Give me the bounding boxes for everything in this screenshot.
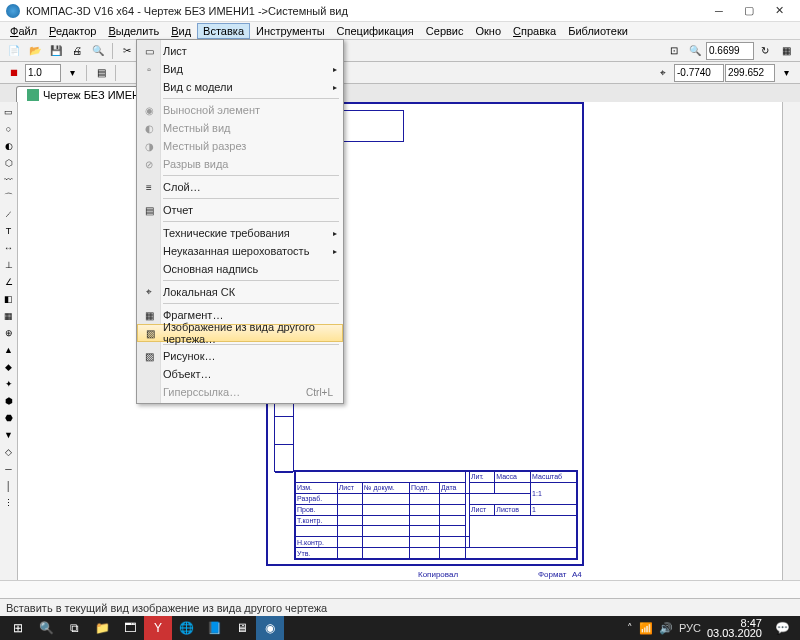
snap-button[interactable]: ⌖ [653, 63, 673, 83]
palette-tool-1[interactable]: ○ [1, 121, 17, 137]
menu-item-icon: ▦ [141, 307, 157, 323]
new-button[interactable]: 📄 [4, 41, 24, 61]
menu-item[interactable]: Объект… [137, 365, 343, 383]
tb-app-1[interactable]: 📁 [88, 616, 116, 640]
tb-app-6[interactable]: 🖥 [228, 616, 256, 640]
menu-инструменты[interactable]: Инструменты [250, 23, 331, 39]
coord-y-input[interactable] [725, 64, 775, 82]
palette-tool-7[interactable]: T [1, 223, 17, 239]
palette-tool-22[interactable]: │ [1, 478, 17, 494]
save-button[interactable]: 💾 [46, 41, 66, 61]
insert-menu-dropdown: ▭Лист▫Вид▸Вид с модели▸◉Выносной элемент… [136, 39, 344, 404]
menu-item[interactable]: Основная надпись [137, 260, 343, 278]
palette-tool-21[interactable]: ─ [1, 461, 17, 477]
menu-сервис[interactable]: Сервис [420, 23, 470, 39]
palette-tool-18[interactable]: ⬣ [1, 410, 17, 426]
menu-item[interactable]: Технические требования▸ [137, 224, 343, 242]
title-block: Лит.МассаМасштаб Изм.Лист№ докум.Подп.Да… [294, 470, 578, 560]
print-button[interactable]: 🖨 [67, 41, 87, 61]
palette-tool-14[interactable]: ▲ [1, 342, 17, 358]
tb-app-5[interactable]: 📘 [200, 616, 228, 640]
palette-tool-2[interactable]: ◐ [1, 138, 17, 154]
coord-x-input[interactable] [674, 64, 724, 82]
scale-dd[interactable]: ▾ [62, 63, 82, 83]
menu-выделить[interactable]: Выделить [102, 23, 165, 39]
refresh-button[interactable]: ↻ [755, 41, 775, 61]
open-button[interactable]: 📂 [25, 41, 45, 61]
menu-item[interactable]: ▧Изображение из вида другого чертежа… [137, 324, 343, 342]
palette-tool-19[interactable]: ▼ [1, 427, 17, 443]
tb-app-2[interactable]: 🗔 [116, 616, 144, 640]
notifications-button[interactable]: 💬 [768, 616, 796, 640]
cut-button[interactable]: ✂ [117, 41, 137, 61]
tray-lang[interactable]: РУС [679, 622, 701, 634]
maximize-button[interactable]: ▢ [734, 1, 764, 21]
palette-tool-10[interactable]: ∠ [1, 274, 17, 290]
menu-item-label: Гиперссылка… [163, 386, 240, 398]
menu-item-label: Местный вид [163, 122, 231, 134]
palette-tool-13[interactable]: ⊕ [1, 325, 17, 341]
tb-app-3[interactable]: Y [144, 616, 172, 640]
palette-tool-4[interactable]: 〰 [1, 172, 17, 188]
stop-button[interactable]: ⏹ [4, 63, 24, 83]
tray-network-icon[interactable]: 📶 [639, 622, 653, 635]
start-button[interactable]: ⊞ [4, 616, 32, 640]
layer-button[interactable]: ▤ [91, 63, 111, 83]
zoom-value-input[interactable] [706, 42, 754, 60]
palette-tool-9[interactable]: ⊥ [1, 257, 17, 273]
zoom-fit-button[interactable]: ⊡ [664, 41, 684, 61]
palette-tool-12[interactable]: ▦ [1, 308, 17, 324]
palette-tool-3[interactable]: ⬡ [1, 155, 17, 171]
menu-item[interactable]: ▨Рисунок… [137, 347, 343, 365]
preview-button[interactable]: 🔍 [88, 41, 108, 61]
menu-вставка[interactable]: Вставка [197, 23, 250, 39]
palette-tool-0[interactable]: ▭ [1, 104, 17, 120]
tool-btn-a[interactable]: ▦ [776, 41, 796, 61]
menu-item[interactable]: ⌖Локальная СК [137, 283, 343, 301]
menu-спецификация[interactable]: Спецификация [331, 23, 420, 39]
minimize-button[interactable]: ─ [704, 1, 734, 21]
menu-библиотеки[interactable]: Библиотеки [562, 23, 634, 39]
zoom-in-button[interactable]: 🔍 [685, 41, 705, 61]
menu-item[interactable]: ▭Лист [137, 42, 343, 60]
palette-tool-8[interactable]: ↔ [1, 240, 17, 256]
menu-редактор[interactable]: Редактор [43, 23, 102, 39]
palette-tool-5[interactable]: ⌒ [1, 189, 17, 205]
close-button[interactable]: ✕ [764, 1, 794, 21]
tb-app-4[interactable]: 🌐 [172, 616, 200, 640]
taskbar-clock[interactable]: 8:47 03.03.2020 [701, 618, 768, 638]
menu-справка[interactable]: Справка [507, 23, 562, 39]
menu-item-label: Локальная СК [163, 286, 235, 298]
toolbar-main: 📄 📂 💾 🖨 🔍 ✂ ⎘ ⊡ 🔍 ↻ ▦ [0, 40, 800, 62]
tray-volume-icon[interactable]: 🔊 [659, 622, 673, 635]
menu-item-label: Неуказанная шероховатость [163, 245, 309, 257]
menu-окно[interactable]: Окно [470, 23, 508, 39]
palette-tool-15[interactable]: ◆ [1, 359, 17, 375]
coord-btn[interactable]: ▾ [776, 63, 796, 83]
tray-chevron-icon[interactable]: ˄ [627, 622, 633, 635]
taskview-button[interactable]: ⧉ [60, 616, 88, 640]
palette-tool-11[interactable]: ◧ [1, 291, 17, 307]
menu-item[interactable]: ▤Отчет [137, 201, 343, 219]
palette-tool-6[interactable]: ⟋ [1, 206, 17, 222]
palette-tool-16[interactable]: ✦ [1, 376, 17, 392]
tb-app-kompas[interactable]: ◉ [256, 616, 284, 640]
system-tray[interactable]: ˄ 📶 🔊 РУС [627, 622, 701, 635]
palette-tool-17[interactable]: ⬢ [1, 393, 17, 409]
menu-item-icon: ▧ [142, 325, 158, 341]
menu-item[interactable]: ▫Вид▸ [137, 60, 343, 78]
scale-input[interactable] [25, 64, 61, 82]
menu-item-label: Вид с модели [163, 81, 233, 93]
menu-item[interactable]: ≡Слой… [137, 178, 343, 196]
menu-файл[interactable]: Файл [4, 23, 43, 39]
menu-item[interactable]: Неуказанная шероховатость▸ [137, 242, 343, 260]
submenu-arrow-icon: ▸ [333, 65, 337, 74]
menu-item[interactable]: Вид с модели▸ [137, 78, 343, 96]
palette-tool-23[interactable]: ⋮ [1, 495, 17, 511]
palette-tool-20[interactable]: ◇ [1, 444, 17, 460]
menu-item-label: Изображение из вида другого чертежа… [163, 321, 323, 345]
drawing-canvas[interactable]: Лит.МассаМасштаб Изм.Лист№ докум.Подп.Да… [18, 102, 782, 580]
right-scrollbar[interactable] [782, 102, 800, 580]
menu-вид[interactable]: Вид [165, 23, 197, 39]
search-button[interactable]: 🔍 [32, 616, 60, 640]
